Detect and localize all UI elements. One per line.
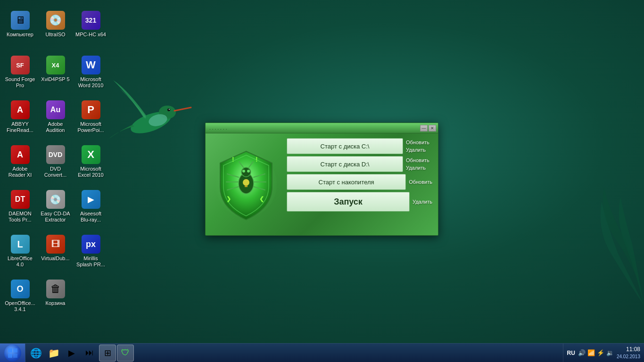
svg-rect-27: [8, 354, 12, 358]
start-disk-c-button[interactable]: Старт с диска C:\: [287, 138, 403, 154]
taskbar-date: 24.02.2013: [617, 354, 640, 360]
svg-point-5: [148, 112, 169, 128]
dialog-row-3: Старт с накопителя Обновить: [287, 174, 433, 190]
update-3-button[interactable]: Обновить: [408, 179, 433, 185]
drweb-shield-icon: ! ! ❯ ❮: [213, 147, 279, 222]
svg-rect-25: [8, 348, 12, 353]
svg-point-19: [243, 179, 249, 186]
taskbar-icon-skip[interactable]: ⏭: [81, 345, 98, 362]
desktop-icon-adobe[interactable]: A Adobe Reader XI: [2, 141, 38, 186]
desktop-icon-openoffice[interactable]: O OpenOffice... 3.4.1: [2, 276, 38, 321]
battery-icon: ⚡: [597, 349, 604, 356]
delete-1-button[interactable]: Удалить: [405, 147, 433, 153]
taskbar-language: RU: [567, 350, 575, 356]
update-1-button[interactable]: Обновить: [405, 139, 433, 146]
desktop-icon-ultraiso[interactable]: 💿 UltraISO: [38, 7, 73, 52]
taskbar-icon-explorer[interactable]: 📁: [45, 345, 62, 362]
dialog-minimize-button[interactable]: —: [420, 125, 428, 132]
desktop-icon-daemon[interactable]: DT DAEMON Tools Pr...: [2, 186, 38, 231]
taskbar-right: RU 🔊 📶 ⚡ 🔉 11:08 24.02.2013: [563, 344, 644, 362]
start-orb: [4, 345, 21, 362]
update-2-button[interactable]: Обновить: [405, 157, 433, 164]
desktop-icon-computer[interactable]: 🖥 Компьютер: [2, 7, 38, 52]
taskbar-system-icons: 🔊 📶 ⚡ 🔉: [578, 349, 614, 356]
antivirus-dialog: ....... — ✕: [205, 123, 438, 236]
delete-2-button[interactable]: Удалить: [405, 165, 433, 171]
speaker-icon: 🔉: [606, 349, 614, 356]
desktop-icon-powerpoint[interactable]: P Microsoft PowerPoi...: [73, 97, 108, 141]
svg-point-0: [128, 107, 174, 138]
dialog-body: ! ! ❯ ❮ Старт с диска C:\ Обновить Удали…: [206, 133, 438, 235]
desktop-icons-grid: 🖥 Компьютер 💿 UltraISO 321 MPC-HC x64 SF…: [0, 5, 111, 323]
dialog-close-button[interactable]: ✕: [429, 125, 436, 132]
svg-point-9: [242, 170, 245, 173]
dialog-controls: — ✕: [420, 125, 436, 132]
start-storage-button[interactable]: Старт с накопителя: [287, 174, 406, 190]
launch-button[interactable]: Запуск: [287, 192, 410, 212]
svg-point-1: [159, 106, 176, 119]
desktop-icon-aiseesoft[interactable]: ▶ Aiseesoft Blu-ray...: [73, 186, 108, 231]
taskbar: 🌐 📁 ▶ ⏭ ⊞ 🛡 RU 🔊 📶 ⚡ 🔉 11:08 24.02.2013: [0, 343, 644, 362]
desktop-icon-excel[interactable]: X Microsoft Excel 2010: [73, 141, 108, 186]
desktop-icon-dvd[interactable]: DVD DVD Convert...: [38, 141, 73, 186]
desktop-icon-virtualdub[interactable]: 🎞 VirtualDub...: [38, 231, 73, 276]
dialog-side-group-1: Обновить Удалить: [405, 139, 433, 153]
dialog-row-2: Старт с диска D:\ Обновить Удалить: [287, 156, 433, 172]
desktop-icon-trash[interactable]: 🗑 Корзина: [38, 276, 73, 321]
taskbar-icons: 🌐 📁 ▶ ⏭ ⊞ 🛡: [25, 344, 136, 362]
dialog-titlebar: ....... — ✕: [206, 123, 438, 133]
dialog-side-group-4: Удалить: [412, 198, 433, 205]
svg-rect-28: [13, 354, 17, 358]
desktop-icon-soundforge[interactable]: SF Sound Forge Pro: [2, 52, 38, 97]
desktop-icon-easycd[interactable]: 💿 Easy CD-DA Extractor: [38, 186, 73, 231]
desktop: 🖥 Компьютер 💿 UltraISO 321 MPC-HC x64 SF…: [0, 0, 644, 343]
start-disk-d-button[interactable]: Старт с диска D:\: [287, 156, 403, 172]
svg-line-2: [174, 107, 191, 111]
desktop-icon-mirillis[interactable]: px Mirillis Splash PR...: [73, 231, 108, 276]
svg-text:!: !: [232, 156, 234, 163]
dialog-side-group-3: Обновить: [408, 179, 433, 185]
desktop-icon-mpc[interactable]: 321 MPC-HC x64: [73, 7, 108, 52]
taskbar-time: 11:08: [617, 346, 640, 354]
network-icon: 🔊: [578, 349, 586, 356]
start-button[interactable]: [0, 344, 25, 362]
svg-text:!: !: [256, 156, 258, 163]
dialog-side-group-2: Обновить Удалить: [405, 157, 433, 171]
tail-plant-decoration: [559, 173, 644, 305]
desktop-icon-word[interactable]: W Microsoft Word 2010: [73, 52, 108, 97]
svg-rect-20: [245, 185, 248, 187]
svg-point-4: [169, 109, 170, 110]
dialog-buttons-area: Старт с диска C:\ Обновить Удалить Старт…: [287, 136, 435, 232]
svg-rect-26: [13, 348, 17, 353]
dialog-dots: .......: [207, 125, 228, 131]
volume-icon: 📶: [587, 349, 595, 356]
svg-text:❯: ❯: [226, 196, 231, 202]
desktop-icon-xvid[interactable]: X4 XviD4PSP 5: [38, 52, 73, 97]
windows-logo-icon: [8, 348, 18, 358]
taskbar-icon-windows[interactable]: ⊞: [99, 345, 116, 362]
desktop-icon-abbyy[interactable]: A ABBYY FineRead...: [2, 97, 38, 141]
shield-logo-area: ! ! ❯ ❮: [208, 136, 284, 232]
dialog-row-1: Старт с диска C:\ Обновить Удалить: [287, 138, 433, 154]
taskbar-icon-media[interactable]: ▶: [63, 345, 80, 362]
delete-3-button[interactable]: Удалить: [412, 198, 433, 205]
taskbar-icon-ie[interactable]: 🌐: [27, 345, 44, 362]
svg-point-3: [167, 108, 170, 111]
taskbar-icon-antivirus[interactable]: 🛡: [117, 345, 134, 362]
desktop-icon-libreoffice[interactable]: L LibreOffice 4.0: [2, 231, 38, 276]
dialog-row-4: Запуск Удалить: [287, 192, 433, 212]
taskbar-clock[interactable]: 11:08 24.02.2013: [617, 346, 640, 360]
svg-point-10: [247, 170, 250, 173]
svg-text:❮: ❮: [259, 196, 264, 202]
desktop-icon-audition[interactable]: Au Adobe Audition: [38, 97, 73, 141]
